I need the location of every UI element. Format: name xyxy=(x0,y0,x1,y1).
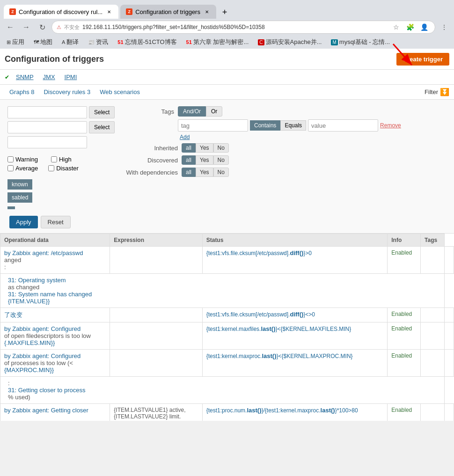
severity-warning[interactable]: Warning xyxy=(7,156,38,163)
tab-ipmi[interactable]: IPMI xyxy=(60,72,82,82)
severity-section: Warning High Average xyxy=(7,154,115,174)
back-button[interactable]: ← xyxy=(4,21,17,34)
tag-remove-link[interactable]: Remove xyxy=(380,122,401,129)
table-row: : 31: Getting closer to process % used) xyxy=(0,377,454,404)
tag-condition-group: Contains Equals xyxy=(250,120,306,131)
inherited-yes-btn[interactable]: Yes xyxy=(196,143,213,153)
table-cell-op-1 xyxy=(110,247,202,274)
inherited-group: all Yes No xyxy=(182,143,229,153)
severity-high[interactable]: High xyxy=(51,156,72,163)
bookmark-icon[interactable]: ☆ xyxy=(390,21,402,33)
apply-button[interactable]: Apply xyxy=(9,216,38,228)
inherited-all-btn[interactable]: all xyxy=(182,143,196,153)
tab-jmx[interactable]: JMX xyxy=(38,72,60,82)
tag-name-input[interactable] xyxy=(178,119,248,132)
severity-disaster[interactable]: Disaster xyxy=(48,165,79,172)
state-btn-3[interactable] xyxy=(7,206,15,209)
security-icon: ⚠ xyxy=(57,24,61,30)
tab-1-label: Configuration of discovery rul... xyxy=(19,8,103,15)
extension-icon[interactable]: 🧩 xyxy=(404,21,416,33)
page-content: Configuration of triggers Create trigger… xyxy=(0,49,454,421)
inherited-no-btn[interactable]: No xyxy=(213,143,229,153)
filter-host-input-2[interactable] xyxy=(7,121,87,133)
tab-snmp[interactable]: SNMP xyxy=(11,72,38,82)
bookmark-map[interactable]: 🗺 地图 xyxy=(31,37,55,47)
filter-row-3 xyxy=(7,136,115,148)
tag-value-input[interactable] xyxy=(308,119,378,132)
severity-warning-checkbox[interactable] xyxy=(7,156,14,162)
bookmark-apps[interactable]: ⊞ 应用 xyxy=(4,37,27,47)
state-known-btn[interactable]: known xyxy=(7,179,32,190)
table-row: by Zabbix agent: /etc/passwd anged : {te… xyxy=(0,247,454,274)
table-row: by Zabbix agent: Configured of open file… xyxy=(0,322,454,350)
table-row: 了改变 {test1:vfs.file.cksum[/etc/passwd].d… xyxy=(0,308,454,322)
filter-search-input[interactable] xyxy=(7,136,87,148)
bookmark-51cto[interactable]: 51 忘情居-51CTO博客 xyxy=(115,37,179,47)
tag-contains-btn[interactable]: Contains xyxy=(250,120,280,131)
tag-andor-group: And/Or Or xyxy=(178,106,222,117)
filter-host-input-1[interactable] xyxy=(7,106,87,118)
severity-average-checkbox[interactable] xyxy=(7,165,14,171)
arrow-indicator xyxy=(384,39,426,72)
select-button-1[interactable]: Select xyxy=(89,106,115,118)
insecure-label: 不安全 xyxy=(64,24,80,31)
table-cell-status-1: Enabled xyxy=(388,247,421,274)
tab-2-close[interactable]: ✕ xyxy=(203,8,211,15)
severity-high-checkbox[interactable] xyxy=(51,156,57,162)
severity-row: Warning High xyxy=(7,156,115,163)
tag-or-btn[interactable]: Or xyxy=(206,106,222,117)
discovered-no-btn[interactable]: No xyxy=(213,155,229,165)
zabbix-icon-1: Z xyxy=(9,8,16,15)
bookmark-mysql[interactable]: M mysql基础 - 忘情... xyxy=(328,37,393,47)
tag-andor-btn[interactable]: And/Or xyxy=(178,106,206,117)
tag-equals-btn[interactable]: Equals xyxy=(280,120,306,131)
bookmark-translate[interactable]: A 翻译 xyxy=(59,37,81,47)
filter-section: Select Select Warning xyxy=(0,100,454,234)
table-cell-desc-1: by Zabbix agent: /etc/passwd anged : xyxy=(0,247,110,274)
tab-discovery[interactable]: Discovery rules 3 xyxy=(39,87,95,97)
tab-scenarios[interactable]: Web scenarios xyxy=(95,87,145,97)
filter-toggle[interactable]: Filter ⏬ xyxy=(425,88,449,96)
inherited-row: Inherited all Yes No xyxy=(123,143,447,153)
table-cell-expr-1: {test1:vfs.file.cksum[/etc/passwd].diff(… xyxy=(202,247,388,274)
bookmark-chapter6[interactable]: 51 第六章 加密与解密... xyxy=(183,37,252,47)
tag-add-link[interactable]: Add xyxy=(180,134,190,140)
deps-no-btn[interactable]: No xyxy=(213,168,229,177)
select-button-2[interactable]: Select xyxy=(89,121,115,133)
tab-2-label: Configuration of triggers xyxy=(135,8,200,15)
bookmark-apache[interactable]: C 源码安装Apache并... xyxy=(255,37,324,47)
tag-input-row: Contains Equals Remove xyxy=(178,119,447,132)
triggers-table: Operational data Expression Status Info … xyxy=(0,234,454,421)
tab-1-close[interactable]: ✕ xyxy=(105,8,113,15)
deps-all-btn[interactable]: all xyxy=(182,168,196,177)
bookmark-news[interactable]: 📰 资讯 xyxy=(85,37,111,47)
discovered-all-btn[interactable]: all xyxy=(182,155,196,165)
deps-row: With dependencies all Yes No xyxy=(123,168,447,177)
table-header-row: Operational data Expression Status Info … xyxy=(0,234,454,247)
url-text[interactable]: 192.168.11.150/triggers.php?filter_set=1… xyxy=(82,24,387,30)
zabbix-icon-2: Z xyxy=(126,8,132,15)
reset-button[interactable]: Reset xyxy=(41,216,71,228)
severity-average[interactable]: Average xyxy=(7,165,38,172)
filter-right-side: Tags And/Or Or Contains Equals xyxy=(123,106,447,209)
data-table-wrapper: Operational data Expression Status Info … xyxy=(0,234,454,421)
forward-button[interactable]: → xyxy=(20,21,33,34)
state-disabled-btn[interactable]: sabled xyxy=(7,192,32,203)
menu-button[interactable]: ⋮ xyxy=(438,21,450,33)
discovered-yes-btn[interactable]: Yes xyxy=(196,155,213,165)
filter-actions: Apply Reset xyxy=(5,216,449,228)
account-icon[interactable]: 👤 xyxy=(418,21,430,33)
filter-row-1: Select xyxy=(7,106,115,118)
page-title: Configuration of triggers xyxy=(5,54,104,64)
refresh-button[interactable]: ↻ xyxy=(36,21,49,34)
discovered-row: Discovered all Yes No xyxy=(123,155,447,165)
tab-2[interactable]: Z Configuration of triggers ✕ xyxy=(120,5,216,19)
deps-yes-btn[interactable]: Yes xyxy=(196,168,213,177)
table-row: 31: Operating system as changed 31: Syst… xyxy=(0,274,454,308)
deps-group: all Yes No xyxy=(182,168,229,177)
tab-graphs[interactable]: Graphs 8 xyxy=(5,87,39,97)
svg-line-1 xyxy=(393,44,412,65)
severity-disaster-checkbox[interactable] xyxy=(48,165,54,171)
tab-1[interactable]: Z Configuration of discovery rul... ✕ xyxy=(4,5,118,19)
new-tab-button[interactable]: + xyxy=(218,6,231,19)
